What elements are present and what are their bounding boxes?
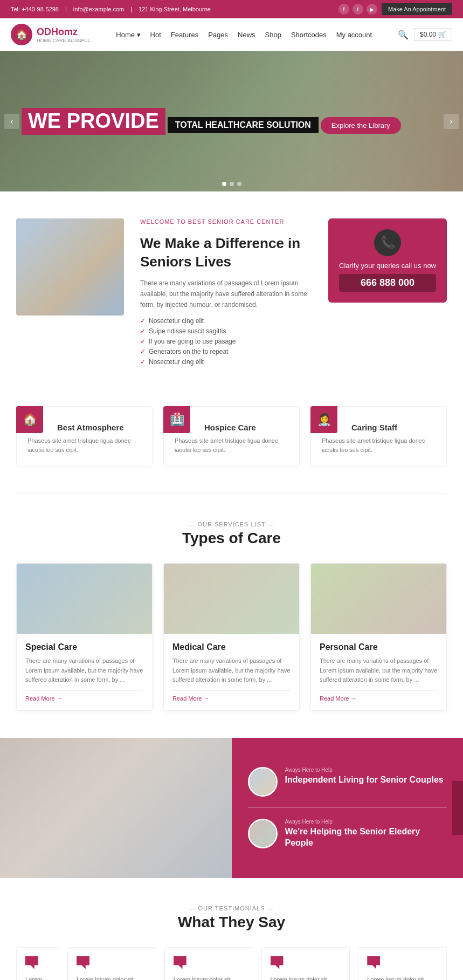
care-section-title: Types of Care	[16, 530, 447, 547]
care-desc-special: There are many variations of passages of…	[25, 656, 143, 685]
youtube-icon[interactable]: ▶	[367, 4, 377, 15]
facebook-icon[interactable]: f	[338, 4, 349, 15]
twitter-icon[interactable]: t	[353, 4, 363, 15]
cart-amount: $0.00	[420, 31, 436, 38]
testimonials-title: What They Say	[16, 914, 447, 931]
top-bar-contact: Tel: +440-98-5298 | info@example.com | 1…	[11, 6, 211, 12]
nav-features[interactable]: Features	[171, 31, 198, 39]
feature-title-hospice: Hospice Care	[175, 423, 288, 432]
nav-hot[interactable]: Hot	[150, 31, 161, 39]
nav-shortcodes[interactable]: Shortcodes	[291, 31, 327, 39]
cta-text: Clarify your queries call us now	[339, 262, 436, 270]
about-cta: 📞 Clarify your queries call us now 666 8…	[328, 218, 447, 303]
logo-icon: 🏠	[11, 24, 32, 45]
feature-card-atmosphere: 🏠 Best Atmosphere Phaseus site amet tris…	[16, 406, 153, 467]
nav-news[interactable]: News	[238, 31, 255, 39]
care-link-medical[interactable]: Read More →	[172, 690, 291, 702]
living-item-1: Aways Here to Help Independent Living fo…	[248, 767, 447, 797]
living-text-2: Aways Here to Help We're Helping the Sen…	[285, 819, 447, 849]
living-image-bg	[0, 738, 232, 878]
testimonial-card-4: Lorem ipsum dolor sit amet, consectetur …	[358, 947, 447, 980]
features-section: 🏠 Best Atmosphere Phaseus site amet tris…	[0, 395, 463, 494]
care-card-special: Special Care There are many variations o…	[16, 563, 153, 711]
testimonials-grid: Lorem ipsum dolor sit amet, consectetur …	[16, 947, 447, 980]
care-card-medical: Medical Care There are many variations o…	[163, 563, 300, 711]
feature-icon-hospice: 🏥	[163, 406, 190, 433]
navbar: 🏠 ODHomz HOME CARE BLISSFUL Home ▾ Hot F…	[0, 18, 463, 51]
testimonial-card-1: Lorem ipsum dolor sit amet, consectetur …	[67, 947, 156, 980]
feature-card-staff: 👩‍⚕️ Caring Staff Phaseus site amet tris…	[310, 406, 447, 467]
about-list-item: If you are going to use pasage	[140, 338, 312, 345]
care-section-header: Our Services List Types of Care	[16, 521, 447, 547]
testimonials-header: Our Testimonials What They Say	[16, 905, 447, 931]
care-grid: Special Care There are many variations o…	[16, 563, 447, 711]
hero-dot-1[interactable]	[222, 182, 226, 186]
logo[interactable]: 🏠 ODHomz HOME CARE BLISSFUL	[11, 24, 91, 45]
feature-title-staff: Caring Staff	[322, 423, 436, 432]
testimonial-card-0: Lorem ipsum dolor sit amet, consectetur …	[16, 947, 59, 980]
testimonial-quote-1	[77, 956, 89, 969]
hero-next-arrow[interactable]: ›	[444, 114, 459, 129]
logo-sub: HOME CARE BLISSFUL	[37, 38, 91, 43]
nav-home[interactable]: Home ▾	[116, 31, 140, 39]
feature-desc-staff: Phaseus site amet tristique ligua donec …	[322, 436, 436, 455]
nav-shop[interactable]: Shop	[265, 31, 281, 39]
testimonial-text-3: Lorem ipsum dolor sit amet, consectetur …	[271, 975, 341, 980]
living-tag-1: Aways Here to Help	[285, 767, 444, 773]
phone-text: Tel: +440-98-5298	[11, 6, 59, 12]
cart-icon: 🛒	[438, 31, 446, 38]
search-icon[interactable]: 🔍	[398, 30, 409, 40]
about-list-item: Suipe ndisse suscit sagittis	[140, 327, 312, 335]
top-bar-right: f t ▶ Make An Appointment	[338, 3, 452, 15]
living-avatar-1	[248, 767, 278, 797]
nav-pages[interactable]: Pages	[208, 31, 228, 39]
testimonial-card-3: Lorem ipsum dolor sit amet, consectetur …	[261, 947, 350, 980]
about-list-item: Nosectetur cing elit	[140, 317, 312, 325]
hero-section: WE PROVIDE TOTAL HEALTHCARE SOLUTION Exp…	[0, 51, 463, 191]
about-list-item: Generators on the to repeat	[140, 348, 312, 355]
hero-prev-arrow[interactable]: ‹	[4, 114, 19, 129]
care-section-tag: Our Services List	[16, 521, 447, 527]
testimonial-card-2: Lorem ipsum dolor sit amet, consectetur …	[164, 947, 253, 980]
care-body-medical: Medical Care There are many variations o…	[164, 634, 299, 710]
cart-button[interactable]: $0.00 🛒	[414, 28, 452, 41]
living-section: Aways Here to Help Independent Living fo…	[0, 738, 463, 878]
care-title-personal: Personal Care	[320, 642, 438, 652]
care-desc-medical: There are many variations of passages of…	[172, 656, 291, 685]
separator1: |	[65, 6, 67, 12]
care-link-personal[interactable]: Read More →	[320, 690, 438, 702]
hero-dots	[222, 182, 241, 186]
social-links: f t ▶	[338, 4, 377, 15]
about-section: Welcome to Best Senior Care Center We Ma…	[0, 191, 463, 395]
care-link-special[interactable]: Read More →	[25, 690, 143, 702]
about-desc: There are many variations of passages of…	[140, 278, 312, 311]
testimonial-text-0: Lorem ipsum dolor sit amet, consectetur …	[25, 975, 50, 980]
hero-dot-3[interactable]	[237, 182, 241, 186]
cta-number: 666 888 000	[339, 274, 436, 292]
about-image	[16, 218, 124, 316]
hero-dot-2[interactable]	[230, 182, 234, 186]
testimonials-tag: Our Testimonials	[16, 905, 447, 912]
living-image	[0, 738, 232, 878]
appointment-button[interactable]: Make An Appointment	[382, 3, 452, 15]
care-body-personal: Personal Care There are many variations …	[311, 634, 446, 710]
hero-subtitle: TOTAL HEALTHCARE SOLUTION	[168, 117, 319, 133]
feature-desc-atmosphere: Phaseus site amet tristique ligua donec …	[27, 436, 141, 455]
nav-account[interactable]: My account	[336, 31, 372, 39]
hero-cta-button[interactable]: Explore the Library	[321, 117, 401, 134]
about-list: Nosectetur cing elit Suipe ndisse suscit…	[140, 317, 312, 366]
testimonial-quote-3	[271, 956, 284, 969]
care-image-personal	[311, 564, 446, 634]
living-text-1: Aways Here to Help Independent Living fo…	[285, 767, 444, 786]
testimonial-quote-4	[367, 956, 380, 969]
feature-card-hospice: 🏥 Hospice Care Phaseus site amet tristiq…	[163, 406, 300, 467]
top-bar: Tel: +440-98-5298 | info@example.com | 1…	[0, 0, 463, 18]
testimonials-section: Our Testimonials What They Say Lorem ips…	[0, 878, 463, 980]
testimonial-text-4: Lorem ipsum dolor sit amet, consectetur …	[367, 975, 438, 980]
feature-icon-staff: 👩‍⚕️	[310, 406, 337, 433]
living-tag-2: Aways Here to Help	[285, 819, 447, 825]
living-divider	[248, 807, 447, 808]
testimonial-text-2: Lorem ipsum dolor sit amet, consectetur …	[174, 975, 244, 980]
about-list-item: Nosectetur cing elit	[140, 358, 312, 366]
living-accent	[452, 781, 463, 835]
